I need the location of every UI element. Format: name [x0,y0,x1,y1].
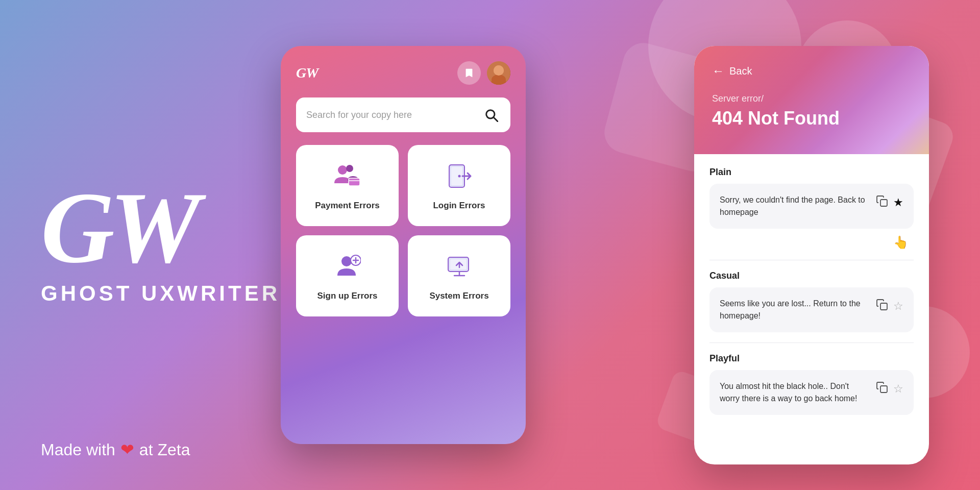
logo-letters: GW [41,184,296,271]
playful-copy-text: You almost hit the black hole.. Don't wo… [720,380,871,405]
svg-point-1 [494,65,504,76]
casual-copy-text: Seems like you are lost... Return to the… [720,298,871,322]
plain-section: Plain Sorry, we couldn't find the page. … [709,167,914,250]
header-icons [457,61,510,85]
back-button[interactable]: ← Back [712,64,911,78]
svg-rect-21 [880,303,887,310]
category-grid: Payment Errors Login Errors [296,145,510,316]
signup-icon [334,253,361,282]
category-system-errors[interactable]: System Errors [408,235,510,316]
plain-copy-button[interactable] [876,195,888,210]
system-icon [446,253,473,282]
back-arrow-icon: ← [712,64,724,78]
app-logo: GW [296,65,318,81]
payment-errors-label: Payment Errors [315,201,380,211]
casual-section-label: Casual [709,271,914,281]
made-with-text: Made with [41,440,115,459]
signup-errors-label: Sign up Errors [317,291,377,301]
heart-icon: ❤ [120,440,134,459]
svg-point-6 [346,165,353,172]
payment-errors-icon [333,163,362,189]
casual-copy-button[interactable] [876,299,888,314]
login-icon [446,163,473,191]
detail-card: ← Back Server error/ 404 Not Found Plain… [694,46,929,464]
svg-point-3 [486,110,495,118]
svg-point-2 [491,78,507,85]
playful-section-label: Playful [709,353,914,364]
copy-icon [876,381,888,394]
avatar-svg [487,61,510,85]
plain-copy-item: Sorry, we couldn't find the page. Back t… [709,184,914,229]
system-errors-icon [446,253,473,280]
svg-point-11 [458,175,460,178]
search-icon [484,108,498,122]
copy-icon [876,195,888,207]
svg-rect-22 [880,386,887,393]
copy-icon [876,299,888,311]
playful-copy-actions: ☆ [876,381,903,397]
signup-errors-icon [334,253,361,280]
bookmark-icon [463,67,475,79]
divider-1 [709,260,914,260]
plain-copy-actions: ★ [876,195,903,210]
svg-rect-10 [451,167,462,185]
svg-rect-17 [450,259,467,270]
plain-section-label: Plain [709,167,914,178]
casual-section: Casual Seems like you are lost... Return… [709,271,914,332]
plain-copy-text: Sorry, we couldn't find the page. Back t… [720,194,871,218]
error-category: Server error/ [712,93,911,104]
bookmark-button[interactable] [457,61,481,85]
payment-icon [333,163,362,191]
casual-star-button[interactable]: ☆ [893,300,903,313]
divider-2 [709,342,914,343]
login-errors-label: Login Errors [433,201,485,211]
search-bar[interactable]: Search for your copy here [296,97,510,132]
playful-copy-button[interactable] [876,381,888,397]
login-errors-icon [446,163,473,189]
user-avatar[interactable] [487,61,510,85]
category-login-errors[interactable]: Login Errors [408,145,510,226]
cursor-hand-icon: 👆 [893,235,909,250]
system-errors-label: System Errors [429,291,488,301]
error-title: 404 Not Found [712,108,911,129]
mobile-app-card: GW Search for your copy here [281,46,526,444]
playful-section: Playful You almost hit the black hole.. … [709,353,914,415]
footer-made-with: Made with ❤ at Zeta [41,440,190,459]
category-signup-errors[interactable]: Sign up Errors [296,235,399,316]
search-placeholder: Search for your copy here [306,110,412,120]
playful-copy-item: You almost hit the black hole.. Don't wo… [709,370,914,415]
casual-copy-actions: ☆ [876,299,903,314]
app-card-header: GW [296,61,510,85]
svg-point-0 [487,61,510,85]
plain-star-button[interactable]: ★ [893,196,903,209]
svg-rect-20 [880,200,887,206]
svg-point-5 [338,165,347,175]
detail-header: ← Back Server error/ 404 Not Found [694,46,929,154]
logo-name: GHOST UXWRITER [41,281,296,306]
svg-rect-7 [349,178,360,186]
search-button[interactable] [482,106,500,124]
category-payment-errors[interactable]: Payment Errors [296,145,399,226]
back-label: Back [729,65,752,77]
playful-star-button[interactable]: ☆ [893,382,903,396]
left-branding-section: GW GHOST UXWRITER [41,0,296,490]
casual-copy-item: Seems like you are lost... Return to the… [709,287,914,332]
at-zeta-text: at Zeta [139,440,190,459]
svg-point-12 [341,256,352,266]
svg-line-4 [494,118,498,121]
detail-content: Plain Sorry, we couldn't find the page. … [694,154,929,464]
